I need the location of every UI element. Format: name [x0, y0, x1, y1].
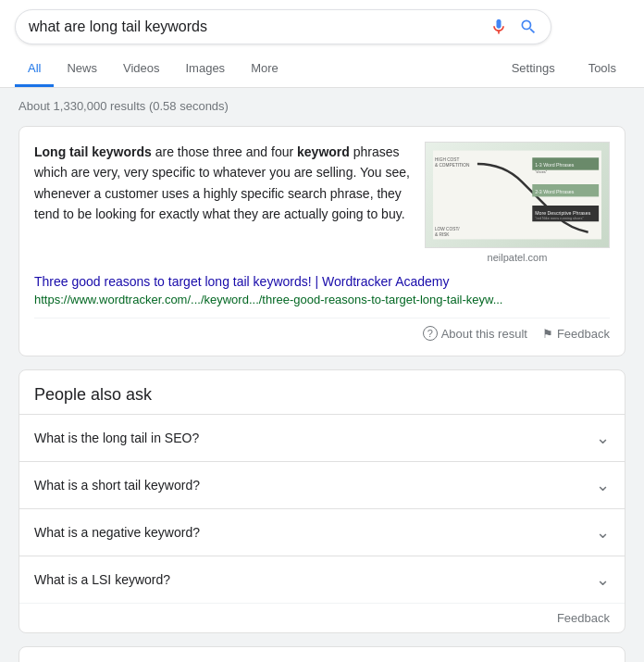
tab-videos[interactable]: Videos — [110, 52, 173, 87]
about-this-result-label: About this result — [441, 327, 527, 341]
tools-link[interactable]: Tools — [576, 52, 629, 87]
flag-icon: ⚑ — [542, 327, 553, 341]
tab-images[interactable]: Images — [172, 52, 238, 87]
svg-text:2-3 Word Phrases: 2-3 Word Phrases — [535, 189, 575, 194]
settings-link[interactable]: Settings — [499, 52, 568, 87]
tab-news[interactable]: News — [54, 52, 110, 87]
feedback-button-paa[interactable]: Feedback — [557, 611, 610, 625]
featured-snippet: Long tail keywords are those three and f… — [19, 126, 625, 356]
chevron-icon-1: ⌄ — [596, 475, 610, 495]
paa-question-2: What is a negative keyword? — [34, 525, 200, 540]
svg-text:& COMPETITION: & COMPETITION — [435, 163, 470, 168]
second-search-result: Long-Tail Keywords: A Better Way to Conn… — [19, 646, 625, 662]
snippet-result-link[interactable]: Three good reasons to target long tail k… — [34, 274, 610, 289]
people-also-ask: People also ask What is the long tail in… — [19, 369, 625, 633]
tab-all[interactable]: All — [15, 52, 54, 87]
snippet-text-bold1: Long tail keywords — [34, 144, 152, 159]
feedback-label-snippet: Feedback — [557, 327, 610, 341]
question-icon: ? — [423, 326, 438, 341]
image-caption: neilpatel.com — [425, 252, 610, 263]
results-count: About 1,330,000 results (0.58 seconds) — [19, 99, 625, 113]
mic-icon[interactable] — [489, 18, 508, 36]
paa-item-0[interactable]: What is the long tail in SEO? ⌄ — [19, 414, 625, 461]
feedback-button-snippet[interactable]: ⚑ Feedback — [542, 327, 610, 341]
snippet-text-bold2: keyword — [297, 144, 350, 159]
about-this-result-button[interactable]: ? About this result — [423, 326, 527, 341]
svg-text:1-3 Word Phrases: 1-3 Word Phrases — [535, 162, 575, 168]
chevron-icon-0: ⌄ — [596, 428, 610, 448]
header: All News Videos Images More Settings Too… — [0, 0, 644, 88]
svg-text:"shoes": "shoes" — [535, 170, 548, 174]
search-bar-row — [15, 9, 629, 44]
svg-text:More Descriptive Phrases: More Descriptive Phrases — [535, 210, 590, 216]
paa-question-1: What is a short tail keyword? — [34, 478, 200, 493]
paa-item-2[interactable]: What is a negative keyword? ⌄ — [19, 508, 625, 556]
svg-text:& RISK: & RISK — [435, 232, 450, 237]
snippet-content: Long tail keywords are those three and f… — [34, 142, 610, 263]
snippet-footer: ? About this result ⚑ Feedback — [34, 318, 610, 341]
snippet-image: HIGH COST & COMPETITION LOW COST/ & RISK… — [425, 142, 610, 248]
snippet-text: Long tail keywords are those three and f… — [34, 142, 410, 263]
paa-question-3: What is a LSI keyword? — [34, 572, 170, 587]
main-content: About 1,330,000 results (0.58 seconds) L… — [0, 88, 644, 662]
nav-right-tools: Settings Tools — [499, 52, 629, 87]
tab-more[interactable]: More — [238, 52, 291, 87]
nav-tabs: All News Videos Images More Settings Too… — [15, 52, 629, 87]
svg-text:LOW COST/: LOW COST/ — [435, 227, 460, 231]
search-box — [15, 9, 551, 44]
chevron-icon-2: ⌄ — [596, 522, 610, 543]
chevron-icon-3: ⌄ — [596, 569, 610, 590]
paa-footer: Feedback — [19, 603, 625, 632]
svg-text:HIGH COST: HIGH COST — [435, 157, 460, 162]
search-icon[interactable] — [519, 18, 538, 36]
svg-text:"red Nike mens running shoes": "red Nike mens running shoes" — [535, 217, 584, 220]
snippet-url: https://www.wordtracker.com/.../keyword.… — [34, 293, 610, 306]
paa-title: People also ask — [19, 370, 625, 414]
search-input[interactable] — [29, 19, 482, 35]
paa-item-3[interactable]: What is a LSI keyword? ⌄ — [19, 556, 625, 603]
search-icons — [489, 18, 538, 36]
snippet-image-block: HIGH COST & COMPETITION LOW COST/ & RISK… — [425, 142, 610, 263]
paa-question-0: What is the long tail in SEO? — [34, 431, 199, 445]
paa-item-1[interactable]: What is a short tail keyword? ⌄ — [19, 461, 625, 508]
